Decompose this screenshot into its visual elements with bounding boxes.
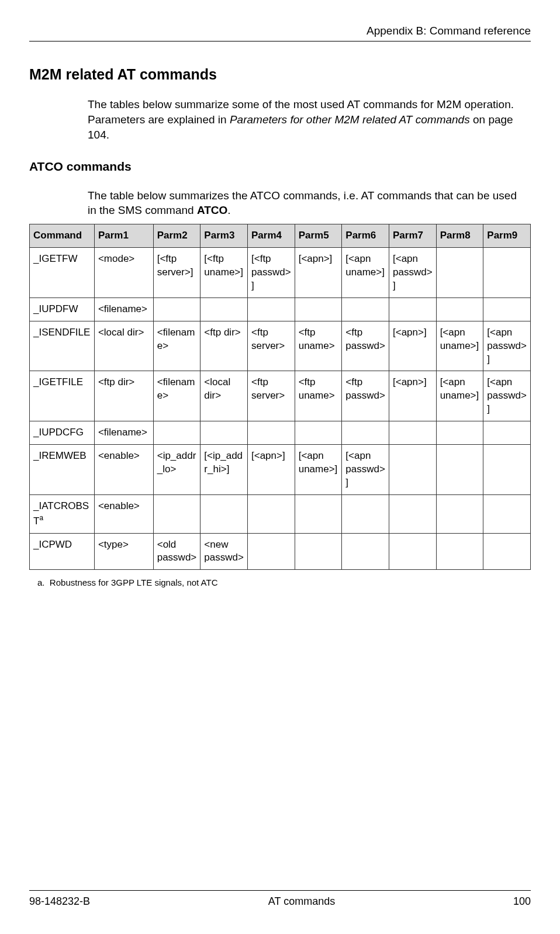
heading-1: M2M related AT commands: [29, 65, 531, 85]
cell-parm: [342, 298, 389, 321]
th-parm8: Parm8: [436, 224, 483, 247]
cell-parm: <ftp server>: [248, 321, 295, 371]
cell-parm: [<apn uname>]: [295, 445, 342, 495]
cell-parm: <new passwd>: [201, 533, 248, 570]
table-row: _ICPWD<type><old passwd><new passwd>: [30, 533, 531, 570]
cell-parm: [<apn passwd>]: [483, 321, 531, 371]
page-footer: 98-148232-B AT commands 100: [29, 890, 531, 908]
cell-parm: [248, 421, 295, 445]
cell-parm: [153, 495, 201, 534]
cell-parm: <ftp uname>: [295, 371, 342, 421]
cell-parm: [483, 495, 531, 534]
table-row: _ISENDFILE<local dir><filename><ftp dir>…: [30, 321, 531, 371]
cell-parm: [<apn passwd>]: [389, 247, 436, 298]
heading-2: ATCO commands: [29, 158, 531, 175]
cell-parm: [295, 421, 342, 445]
intro2-paragraph: The table below summarizes the ATCO comm…: [88, 188, 525, 218]
th-parm6: Parm6: [342, 224, 389, 247]
cell-parm: <filename>: [153, 321, 201, 371]
cell-parm: [201, 495, 248, 534]
cell-parm: <ftp dir>: [94, 371, 153, 421]
table-footnote: a. Robustness for 3GPP LTE signals, not …: [37, 577, 531, 589]
cell-parm: <type>: [94, 533, 153, 570]
cell-parm: [483, 445, 531, 495]
cell-command: _IREMWEB: [30, 445, 95, 495]
th-parm1: Parm1: [94, 224, 153, 247]
cell-parm: [248, 495, 295, 534]
footnote-text: Robustness for 3GPP LTE signals, not ATC: [50, 577, 218, 587]
table-row: _IGETFILE<ftp dir><filename><local dir><…: [30, 371, 531, 421]
footer-doc-id: 98-148232-B: [29, 894, 90, 908]
cell-parm: [342, 533, 389, 570]
cell-parm: [342, 421, 389, 445]
cell-command: _IUPDCFG: [30, 421, 95, 445]
cell-parm: <local dir>: [94, 321, 153, 371]
cell-parm: [248, 533, 295, 570]
cell-parm: [483, 247, 531, 298]
cell-parm: [248, 298, 295, 321]
table-row: _IREMWEB<enable><ip_addr_lo>[<ip_addr_hi…: [30, 445, 531, 495]
intro2-after: .: [227, 204, 230, 216]
footer-chapter: AT commands: [268, 894, 335, 908]
cell-parm: <ftp server>: [248, 371, 295, 421]
intro-italic: Parameters for other M2M related AT comm…: [230, 113, 470, 126]
cell-parm: <ftp uname>: [295, 321, 342, 371]
intro2-text: The table below summarizes the ATCO comm…: [88, 189, 517, 217]
cell-parm: [342, 495, 389, 534]
cell-parm: [436, 421, 483, 445]
cell-parm: [436, 298, 483, 321]
page-header: Appendix B: Command reference: [29, 23, 531, 41]
table-header-row: Command Parm1 Parm2 Parm3 Parm4 Parm5 Pa…: [30, 224, 531, 247]
cell-parm: [295, 533, 342, 570]
cell-parm: [<apn uname>]: [436, 321, 483, 371]
cell-parm: [<apn passwd>]: [483, 371, 531, 421]
cell-parm: <old passwd>: [153, 533, 201, 570]
table-row: _IUPDFW<filename>: [30, 298, 531, 321]
intro2-bold: ATCO: [197, 204, 227, 216]
cell-parm: [389, 495, 436, 534]
cell-parm: [201, 298, 248, 321]
cell-parm: [<ip_addr_hi>]: [201, 445, 248, 495]
cell-parm: [436, 533, 483, 570]
cell-parm: [389, 445, 436, 495]
cell-command: _IUPDFW: [30, 298, 95, 321]
cell-parm: [295, 495, 342, 534]
cell-parm: [483, 533, 531, 570]
cell-parm: <filename>: [94, 298, 153, 321]
cell-parm: <filename>: [153, 371, 201, 421]
cell-parm: [389, 298, 436, 321]
cell-parm: <ftp passwd>: [342, 321, 389, 371]
cell-parm: [201, 421, 248, 445]
cell-parm: [436, 247, 483, 298]
cell-parm: <mode>: [94, 247, 153, 298]
cell-parm: [153, 421, 201, 445]
cell-parm: [<apn passwd>]: [342, 445, 389, 495]
th-parm5: Parm5: [295, 224, 342, 247]
cell-parm: [295, 298, 342, 321]
cell-parm: [<apn>]: [389, 321, 436, 371]
cell-parm: <ip_addr_lo>: [153, 445, 201, 495]
cell-command: _IGETFW: [30, 247, 95, 298]
cell-parm: [<ftp server>]: [153, 247, 201, 298]
cell-parm: [436, 445, 483, 495]
th-parm4: Parm4: [248, 224, 295, 247]
cell-parm: [389, 421, 436, 445]
cell-command: _IATCROBSTa: [30, 495, 95, 534]
cell-command: _ICPWD: [30, 533, 95, 570]
atco-commands-table: Command Parm1 Parm2 Parm3 Parm4 Parm5 Pa…: [29, 224, 531, 570]
table-row: _IGETFW<mode>[<ftp server>][<ftp uname>]…: [30, 247, 531, 298]
th-parm9: Parm9: [483, 224, 531, 247]
cell-parm: [<apn>]: [295, 247, 342, 298]
cell-parm: <enable>: [94, 495, 153, 534]
cell-parm: [153, 298, 201, 321]
footer-page-number: 100: [513, 894, 531, 908]
cell-parm: [<ftp passwd>]: [248, 247, 295, 298]
cell-command: _IGETFILE: [30, 371, 95, 421]
intro-paragraph: The tables below summarize some of the m…: [88, 97, 525, 142]
cell-parm: <local dir>: [201, 371, 248, 421]
th-parm3: Parm3: [201, 224, 248, 247]
cell-parm: [483, 298, 531, 321]
cell-parm: <enable>: [94, 445, 153, 495]
cell-parm: [436, 495, 483, 534]
cell-parm: [<apn>]: [248, 445, 295, 495]
